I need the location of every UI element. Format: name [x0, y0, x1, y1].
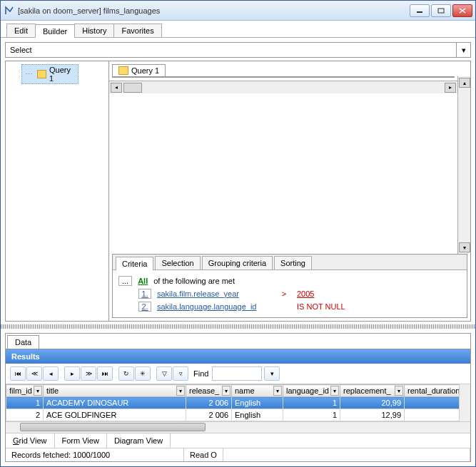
maximize-button[interactable]	[431, 4, 451, 17]
tab-favorites[interactable]: Favorites	[113, 24, 161, 37]
criteria-all-link[interactable]: All	[138, 277, 148, 285]
table-row[interactable]: 2 ACE GOLDFINGER 2 006 English 1 12,99	[6, 409, 470, 421]
criteria-text: of the following are met	[153, 277, 235, 285]
query-icon	[37, 70, 46, 78]
data-tab[interactable]: Data	[7, 335, 39, 349]
col-menu-icon[interactable]: ▾	[34, 386, 42, 396]
col-header-language-id[interactable]: language_id▾	[283, 385, 340, 397]
select-label: Select	[6, 46, 456, 54]
diagram-canvas[interactable]: sakila.film _ × film_id title release_ye…	[112, 76, 455, 78]
app-icon	[4, 5, 15, 16]
nav-nextpage-button[interactable]: ≫	[81, 366, 96, 381]
col-header-film-id[interactable]: film_id▾	[6, 385, 44, 397]
query-tree-item[interactable]: ⋯ Query 1	[21, 64, 79, 84]
select-dropdown-icon[interactable]: ▾	[456, 43, 470, 57]
col-menu-icon[interactable]: ▾	[330, 386, 339, 396]
criteria-op[interactable]: >	[277, 289, 291, 298]
builder-tab-query1[interactable]: Query 1	[112, 64, 166, 76]
delete-button[interactable]: ▽	[156, 366, 172, 381]
criteria-row-index[interactable]: 1.	[138, 289, 151, 299]
tab-history[interactable]: History	[74, 24, 114, 37]
close-button[interactable]	[452, 4, 472, 17]
add-button[interactable]: ✳	[135, 366, 151, 381]
criteria-tabstrip: Criteria Selection Grouping criteria Sor…	[113, 255, 467, 270]
nav-prevpage-button[interactable]: ≪	[26, 366, 42, 381]
criteria-body: ... All of the following are met 1. saki…	[113, 270, 467, 317]
criteria-value-link[interactable]: 2005	[297, 289, 314, 298]
criteria-tab-grouping[interactable]: Grouping criteria	[202, 256, 273, 270]
grid-vscrollbar[interactable]	[459, 384, 470, 421]
criteria-tab-sorting[interactable]: Sorting	[274, 256, 312, 270]
results-header: Results	[6, 349, 470, 364]
query-tree-label: Query 1	[49, 66, 75, 83]
nav-first-button[interactable]: ⏮	[10, 366, 26, 381]
criteria-field-link[interactable]: sakila.film.release_year	[157, 289, 271, 298]
scroll-left-icon[interactable]: ◂	[111, 83, 122, 93]
find-label: Find	[193, 369, 208, 378]
nav-next-button[interactable]: ▸	[64, 366, 80, 381]
status-records: Records fetched: 1000/1000	[6, 448, 184, 461]
col-header-replacement[interactable]: replacement_▾	[340, 385, 405, 397]
diagram-view-button[interactable]: Diagram View	[107, 433, 171, 448]
scroll-thumb[interactable]	[20, 423, 206, 431]
col-header-title[interactable]: title▾	[44, 385, 186, 397]
nav-prev-button[interactable]: ◂	[43, 366, 59, 381]
col-menu-icon[interactable]: ▾	[222, 386, 231, 396]
titlebar[interactable]: [sakila on doom_server] films_languages	[1, 1, 475, 21]
status-bar: Records fetched: 1000/1000 Read O	[6, 448, 470, 461]
main-tabstrip: Edit Builder History Favorites	[1, 21, 475, 38]
criteria-row-index[interactable]: 2.	[138, 302, 151, 312]
scroll-thumb[interactable]	[123, 83, 142, 93]
results-grid[interactable]: film_id▾ title▾ release_▾ name▾ language…	[6, 384, 470, 421]
scroll-down-icon[interactable]: ▾	[459, 242, 470, 252]
tree-dots-icon: ⋯	[25, 70, 33, 79]
grid-view-button[interactable]: Grid View	[6, 433, 55, 448]
col-menu-icon[interactable]: ▾	[395, 386, 403, 396]
find-dropdown-button[interactable]: ▾	[264, 366, 280, 381]
select-bar: Select ▾	[5, 42, 471, 58]
criteria-op[interactable]: IS NOT NULL	[297, 302, 345, 311]
query-tree[interactable]: ⋯ Query 1	[5, 61, 109, 322]
tab-edit[interactable]: Edit	[6, 24, 36, 37]
criteria-tab-criteria[interactable]: Criteria	[116, 257, 153, 270]
status-mode: Read O	[184, 448, 223, 461]
col-header-name[interactable]: name▾	[232, 385, 283, 397]
scroll-up-icon[interactable]: ▴	[459, 78, 470, 88]
canvas-vscrollbar[interactable]: ▴ ▾	[457, 76, 470, 254]
tab-builder[interactable]: Builder	[35, 24, 75, 38]
svg-rect-1	[438, 9, 444, 13]
col-header-release[interactable]: release_▾	[186, 385, 232, 397]
col-menu-icon[interactable]: ▾	[273, 386, 282, 396]
refresh-button[interactable]: ↻	[118, 366, 134, 381]
form-view-button[interactable]: Form View	[55, 433, 107, 448]
table-row[interactable]: 1 ACADEMY DINOSAUR 2 006 English 1 20,99	[6, 397, 470, 409]
criteria-options-button[interactable]: ...	[118, 276, 132, 286]
grid-hscrollbar[interactable]	[6, 421, 470, 433]
criteria-tab-selection[interactable]: Selection	[155, 256, 200, 270]
builder-tab-label: Query 1	[131, 66, 159, 75]
criteria-field-link[interactable]: sakila.language.language_id	[157, 302, 271, 311]
scroll-right-icon[interactable]: ▸	[445, 83, 456, 93]
results-toolbar: ⏮ ≪ ◂ ▸ ≫ ⏭ ↻ ✳ ▽ ▿ Find ▾	[6, 364, 470, 384]
filter-button[interactable]: ▿	[173, 366, 188, 381]
horizontal-splitter[interactable]	[1, 324, 475, 329]
status-empty	[223, 448, 470, 461]
window-title: [sakila on doom_server] films_languages	[18, 6, 410, 15]
nav-last-button[interactable]: ⏭	[97, 366, 113, 381]
find-input[interactable]	[212, 366, 262, 381]
minimize-button[interactable]	[410, 4, 430, 17]
canvas-hscrollbar[interactable]: ◂ ▸	[109, 81, 457, 93]
query-icon	[118, 66, 128, 75]
col-menu-icon[interactable]: ▾	[176, 386, 185, 396]
